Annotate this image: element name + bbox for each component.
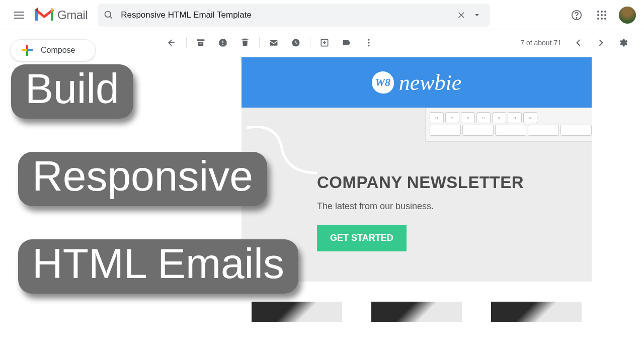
gmail-logo[interactable]: Gmail	[34, 8, 88, 23]
next-icon[interactable]	[590, 32, 612, 54]
mark-unread-icon[interactable]	[263, 32, 285, 54]
main-menu-icon[interactable]	[8, 4, 30, 26]
search-icon[interactable]	[104, 10, 114, 20]
svg-point-0	[105, 11, 111, 17]
email-banner: W8 newbie	[242, 57, 592, 108]
help-icon[interactable]	[566, 4, 588, 26]
keyboard-key: V	[492, 112, 506, 123]
compose-label: Compose	[41, 46, 75, 55]
thumb-3	[491, 302, 582, 322]
search-bar[interactable]	[98, 4, 490, 27]
hero-subtitle: The latest from our business.	[317, 201, 577, 212]
thumb-2	[371, 302, 462, 322]
compose-button[interactable]: Compose	[10, 39, 96, 61]
message-counter: 7 of about 71	[520, 39, 561, 47]
sidebar: Compose	[10, 39, 136, 61]
svg-rect-9	[270, 40, 278, 46]
report-spam-icon[interactable]	[212, 32, 234, 54]
search-input[interactable]	[121, 10, 453, 20]
keyboard-key: B	[508, 112, 522, 123]
move-to-icon[interactable]	[313, 32, 336, 54]
overlay-text-2: Responsive	[18, 152, 267, 206]
keyboard-key: X	[461, 112, 475, 123]
newbie-wordmark: newbie	[399, 70, 462, 96]
gmail-header: Gmail	[0, 0, 644, 30]
search-options-icon[interactable]	[470, 8, 484, 22]
hero-title: COMPANY NEWSLETTER	[317, 173, 577, 192]
gmail-text: Gmail	[57, 8, 88, 22]
keyboard-key: U	[430, 112, 444, 123]
thumb-1	[252, 302, 342, 322]
svg-point-12	[368, 39, 369, 41]
prev-icon[interactable]	[568, 32, 590, 54]
svg-rect-8	[222, 44, 223, 45]
plus-icon	[22, 45, 33, 56]
keyboard-graphic: UYXCVBN	[425, 108, 592, 142]
apps-icon[interactable]	[591, 4, 613, 26]
svg-line-1	[110, 16, 112, 18]
account-avatar[interactable]	[619, 7, 636, 24]
newbie-mark: W8	[372, 71, 394, 94]
cta-button[interactable]: GET STARTED	[317, 225, 407, 251]
delete-icon[interactable]	[234, 32, 256, 54]
more-icon[interactable]	[358, 32, 380, 54]
svg-point-5	[576, 17, 577, 18]
svg-rect-6	[197, 39, 205, 41]
overlay-text-1: Build	[11, 64, 133, 119]
clear-search-icon[interactable]	[453, 7, 470, 24]
overlay-text-3: HTML Emails	[18, 239, 298, 294]
keyboard-key: Y	[445, 112, 459, 123]
svg-point-14	[368, 45, 369, 46]
svg-point-13	[368, 42, 369, 43]
back-icon[interactable]	[161, 32, 183, 54]
snooze-icon[interactable]	[285, 32, 307, 54]
svg-rect-7	[222, 41, 223, 43]
archive-icon[interactable]	[190, 32, 212, 54]
keyboard-key: N	[523, 112, 537, 123]
labels-icon[interactable]	[336, 32, 358, 54]
keyboard-key: C	[476, 112, 491, 123]
settings-icon[interactable]	[612, 32, 634, 54]
